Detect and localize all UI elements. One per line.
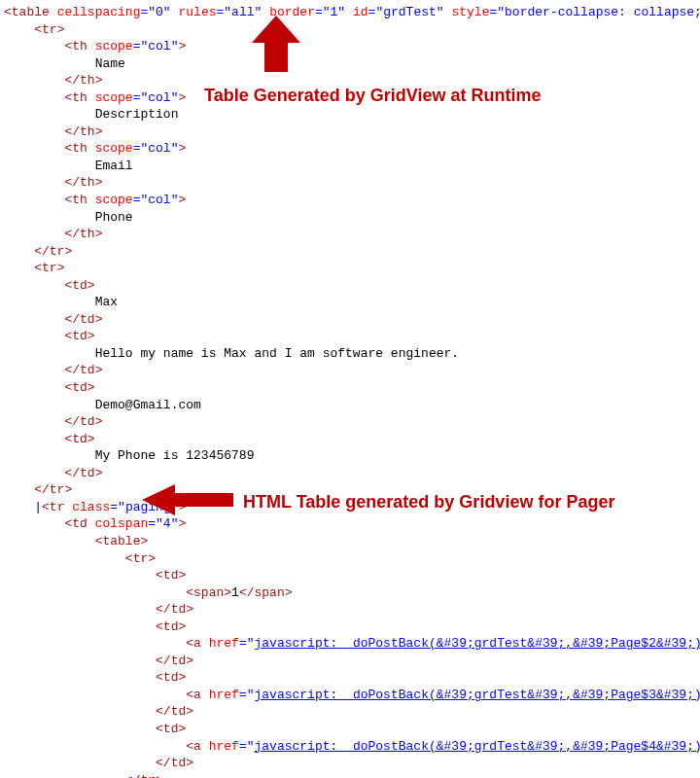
- svg-marker-1: [142, 484, 233, 515]
- svg-marker-0: [252, 16, 300, 72]
- arrow-left-icon: [140, 480, 237, 519]
- arrow-up-icon: [247, 14, 305, 82]
- code-block: <table cellspacing="0" rules="all" borde…: [4, 4, 700, 778]
